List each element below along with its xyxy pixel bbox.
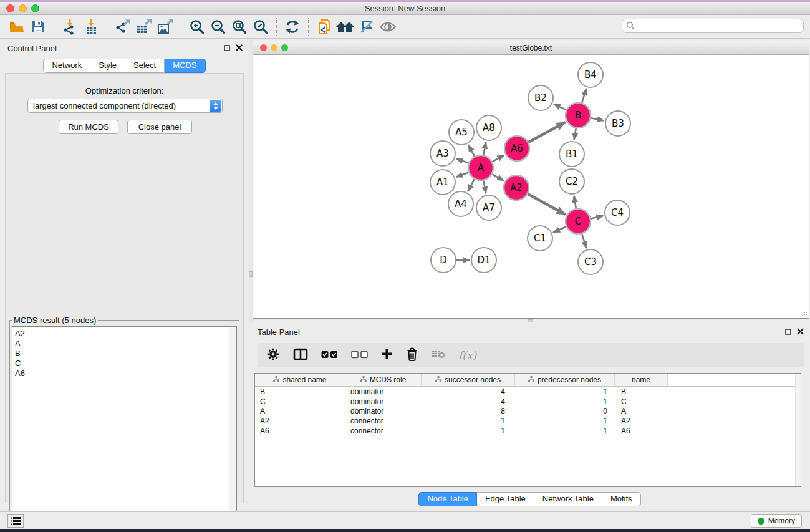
- table-settings-icon[interactable]: [266, 347, 280, 364]
- mcds-result-item[interactable]: A2: [15, 329, 236, 339]
- run-mcds-button[interactable]: Run MCDS: [59, 120, 118, 134]
- table-row[interactable]: A6connector11A6: [255, 426, 801, 436]
- tab-mcds[interactable]: MCDS: [165, 59, 205, 73]
- column-header-MCDS-role[interactable]: MCDS role: [345, 374, 422, 387]
- graph-node-A7[interactable]: A7: [476, 195, 501, 220]
- memory-button[interactable]: Memory: [751, 514, 802, 528]
- column-header-predecessor-nodes[interactable]: predecessor nodes: [515, 374, 615, 387]
- apply-layout-icon[interactable]: [282, 17, 303, 36]
- close-panel-icon[interactable]: [236, 44, 243, 51]
- graph-node-A3[interactable]: A3: [430, 141, 455, 166]
- graph-edge-C-C1[interactable]: [553, 226, 566, 232]
- mcds-list-scrollbar[interactable]: [229, 327, 236, 529]
- graph-node-D[interactable]: D: [431, 248, 456, 273]
- graph-edge-A-A8[interactable]: [483, 142, 486, 155]
- export-image-icon[interactable]: [155, 17, 176, 36]
- graph-node-C2[interactable]: C2: [559, 169, 584, 194]
- graph-edge-A-A5[interactable]: [468, 145, 475, 156]
- export-table-icon[interactable]: [133, 17, 155, 36]
- add-column-icon[interactable]: [381, 348, 393, 362]
- table-tab-motifs[interactable]: Motifs: [602, 492, 641, 506]
- optimization-criterion-dropdown[interactable]: largest connected component (directed): [27, 99, 223, 113]
- graph-edge-A-A1[interactable]: [456, 172, 469, 177]
- mcds-result-item[interactable]: B: [15, 349, 236, 359]
- graph-node-A8[interactable]: A8: [476, 115, 501, 140]
- zoom-in-icon[interactable]: [186, 17, 208, 36]
- import-network-icon[interactable]: [59, 17, 80, 36]
- close-panel-button[interactable]: Close panel: [127, 120, 192, 134]
- mcds-result-item[interactable]: A: [15, 339, 236, 349]
- graph-node-B[interactable]: B: [566, 103, 591, 128]
- table-row[interactable]: Bdominator41B: [255, 387, 801, 397]
- graph-node-B4[interactable]: B4: [578, 62, 603, 87]
- save-session-icon[interactable]: [27, 17, 49, 36]
- close-panel-icon[interactable]: [797, 328, 804, 335]
- graph-node-B2[interactable]: B2: [528, 85, 553, 110]
- table-row[interactable]: Adominator80A: [255, 406, 801, 416]
- export-network-icon[interactable]: [112, 17, 133, 36]
- column-header-shared-name[interactable]: shared name: [255, 374, 345, 387]
- table-header-row[interactable]: shared nameMCDS rolesuccessor nodesprede…: [255, 374, 801, 387]
- graph-node-A5[interactable]: A5: [449, 120, 474, 145]
- tab-select[interactable]: Select: [125, 59, 165, 73]
- network-window-titlebar[interactable]: testGlobe.txt: [253, 41, 809, 55]
- graph-node-A4[interactable]: A4: [448, 191, 473, 216]
- graph-node-B1[interactable]: B1: [559, 142, 584, 167]
- table-scrollbar[interactable]: [795, 374, 801, 486]
- graph-edge-C-C3[interactable]: [582, 234, 586, 248]
- graph-edge-B-B2[interactable]: [554, 104, 566, 110]
- open-session-icon[interactable]: [6, 17, 27, 36]
- graph-edge-B-B4[interactable]: [582, 89, 586, 103]
- deselect-all-icon[interactable]: [351, 350, 368, 361]
- tab-network[interactable]: Network: [43, 59, 90, 73]
- resize-grip-icon[interactable]: [800, 309, 808, 317]
- graph-edge-A6-B[interactable]: [528, 122, 565, 142]
- network-graph[interactable]: B4B2BB3A8A5A6A3B1AC2A1A2A4A7C4CC1DD1C3: [253, 55, 809, 318]
- graph-node-C3[interactable]: C3: [578, 249, 603, 274]
- table-tab-node-table[interactable]: Node Table: [418, 492, 477, 506]
- delete-table-icon[interactable]: [432, 349, 445, 361]
- first-neighbors-icon[interactable]: [335, 17, 356, 36]
- table-tab-edge-table[interactable]: Edge Table: [477, 492, 534, 506]
- mcds-result-list[interactable]: A2ABCA6: [12, 326, 237, 530]
- graph-edge-B-B3[interactable]: [591, 118, 604, 120]
- graphics-details-icon[interactable]: [377, 17, 398, 36]
- tab-style[interactable]: Style: [90, 59, 125, 73]
- table-row[interactable]: Cdominator41C: [255, 397, 801, 407]
- graph-edge-A-A2[interactable]: [492, 174, 504, 180]
- graph-edge-A2-C[interactable]: [528, 194, 565, 215]
- graph-edge-A-A3[interactable]: [456, 158, 469, 163]
- graph-node-A2[interactable]: A2: [504, 175, 529, 200]
- column-header-successor-nodes[interactable]: successor nodes: [422, 374, 515, 387]
- graph-node-C4[interactable]: C4: [605, 200, 630, 225]
- search-input[interactable]: [622, 19, 804, 33]
- graph-node-C[interactable]: C: [566, 209, 591, 234]
- clone-network-icon[interactable]: [314, 17, 335, 36]
- float-panel-icon[interactable]: [224, 45, 230, 51]
- graph-edge-B-B1[interactable]: [574, 128, 576, 140]
- column-visibility-icon[interactable]: [293, 348, 308, 363]
- window-titlebar[interactable]: Session: New Session: [0, 2, 810, 15]
- graph-node-C1[interactable]: C1: [528, 226, 552, 251]
- zoom-fit-icon[interactable]: [229, 17, 250, 36]
- import-table-icon[interactable]: [80, 17, 102, 36]
- select-all-icon[interactable]: [321, 350, 338, 361]
- column-header-name[interactable]: name: [615, 374, 668, 387]
- table-row[interactable]: A2connector11A2: [255, 416, 801, 426]
- mcds-result-item[interactable]: A6: [15, 369, 236, 379]
- delete-column-icon[interactable]: [406, 347, 418, 364]
- graph-node-A6[interactable]: A6: [504, 136, 529, 161]
- graph-node-D1[interactable]: D1: [471, 248, 496, 273]
- graph-edge-A-A4[interactable]: [468, 179, 475, 191]
- node-table[interactable]: shared nameMCDS rolesuccessor nodesprede…: [254, 373, 801, 487]
- task-history-button[interactable]: [7, 514, 24, 528]
- table-tab-network-table[interactable]: Network Table: [534, 492, 602, 506]
- mcds-result-item[interactable]: C: [15, 359, 236, 369]
- zoom-selected-icon[interactable]: [250, 17, 271, 36]
- graph-edge-C-C4[interactable]: [591, 216, 603, 218]
- zoom-out-icon[interactable]: [208, 17, 229, 36]
- graph-edge-C-C2[interactable]: [574, 196, 576, 209]
- network-view-window[interactable]: testGlobe.txt B4B2BB3A8A5A6A3B1AC2A1A2A4…: [253, 41, 809, 319]
- graph-edge-A-A6[interactable]: [493, 155, 504, 162]
- graph-node-B3[interactable]: B3: [605, 111, 630, 136]
